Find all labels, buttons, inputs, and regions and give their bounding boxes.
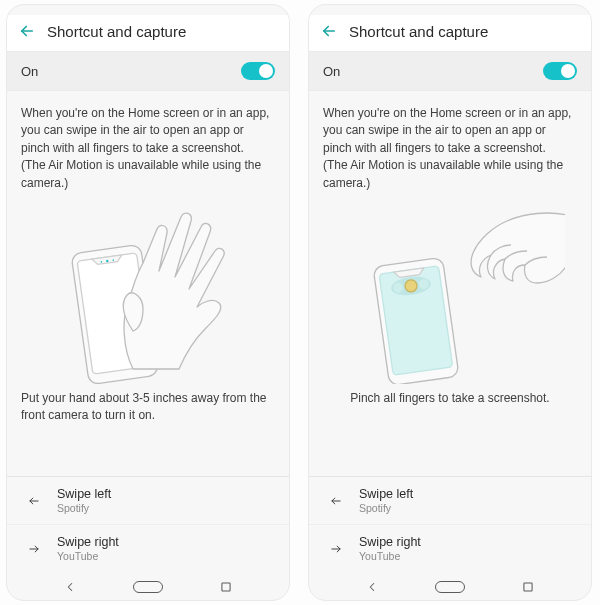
svg-rect-12 (524, 583, 532, 591)
nav-recent-icon[interactable] (513, 580, 543, 594)
swipe-left-text: Swipe left Spotify (57, 487, 111, 514)
illustration-pinch-hand (309, 194, 591, 384)
app-bar: Shortcut and capture (7, 15, 289, 51)
status-bar (7, 5, 289, 15)
arrow-left-icon (327, 494, 345, 508)
action-label: Swipe right (359, 535, 421, 549)
arrow-right-icon (327, 542, 345, 556)
toggle-switch[interactable] (543, 62, 577, 80)
svg-rect-5 (222, 583, 230, 591)
swipe-right-row[interactable]: Swipe right YouTube (309, 525, 591, 572)
action-sub: Spotify (57, 502, 111, 514)
description-line2: (The Air Motion is unavailable while usi… (323, 158, 563, 189)
description-text: When you're on the Home screen or in an … (7, 91, 289, 194)
swipe-left-row[interactable]: Swipe left Spotify (7, 477, 289, 525)
action-label: Swipe left (359, 487, 413, 501)
status-bar (309, 5, 591, 15)
illustration-open-hand (7, 194, 289, 384)
swipe-left-text: Swipe left Spotify (359, 487, 413, 514)
swipe-right-text: Swipe right YouTube (359, 535, 421, 562)
toggle-switch[interactable] (241, 62, 275, 80)
nav-recent-icon[interactable] (211, 580, 241, 594)
master-toggle-row[interactable]: On (309, 51, 591, 91)
navigation-bar (7, 572, 289, 600)
description-line1: When you're on the Home screen or in an … (21, 106, 269, 155)
phone-left: Shortcut and capture On When you're on t… (6, 4, 290, 601)
arrow-left-icon (25, 494, 43, 508)
nav-back-icon[interactable] (357, 580, 387, 594)
app-bar: Shortcut and capture (309, 15, 591, 51)
nav-home-icon[interactable] (133, 581, 163, 593)
page-title: Shortcut and capture (47, 23, 186, 40)
back-arrow-icon[interactable] (319, 21, 339, 41)
spacer (7, 447, 289, 476)
master-toggle-row[interactable]: On (7, 51, 289, 91)
back-arrow-icon[interactable] (17, 21, 37, 41)
swipe-right-text: Swipe right YouTube (57, 535, 119, 562)
description-text: When you're on the Home screen or in an … (309, 91, 591, 194)
illustration-caption: Pinch all fingers to take a screenshot. (309, 384, 591, 429)
action-sub: YouTube (359, 550, 421, 562)
nav-home-icon[interactable] (435, 581, 465, 593)
toggle-label: On (21, 64, 38, 79)
action-sub: Spotify (359, 502, 413, 514)
page-title: Shortcut and capture (349, 23, 488, 40)
description-line2: (The Air Motion is unavailable while usi… (21, 158, 261, 189)
phone-right: Shortcut and capture On When you're on t… (308, 4, 592, 601)
arrow-right-icon (25, 542, 43, 556)
navigation-bar (309, 572, 591, 600)
swipe-right-row[interactable]: Swipe right YouTube (7, 525, 289, 572)
spacer (309, 429, 591, 476)
action-sub: YouTube (57, 550, 119, 562)
illustration-caption: Put your hand about 3-5 inches away from… (7, 384, 289, 447)
swipe-left-row[interactable]: Swipe left Spotify (309, 477, 591, 525)
nav-back-icon[interactable] (55, 580, 85, 594)
shortcut-list: Swipe left Spotify Swipe right YouTube (7, 476, 289, 572)
shortcut-list: Swipe left Spotify Swipe right YouTube (309, 476, 591, 572)
action-label: Swipe right (57, 535, 119, 549)
description-line1: When you're on the Home screen or in an … (323, 106, 571, 155)
toggle-label: On (323, 64, 340, 79)
action-label: Swipe left (57, 487, 111, 501)
